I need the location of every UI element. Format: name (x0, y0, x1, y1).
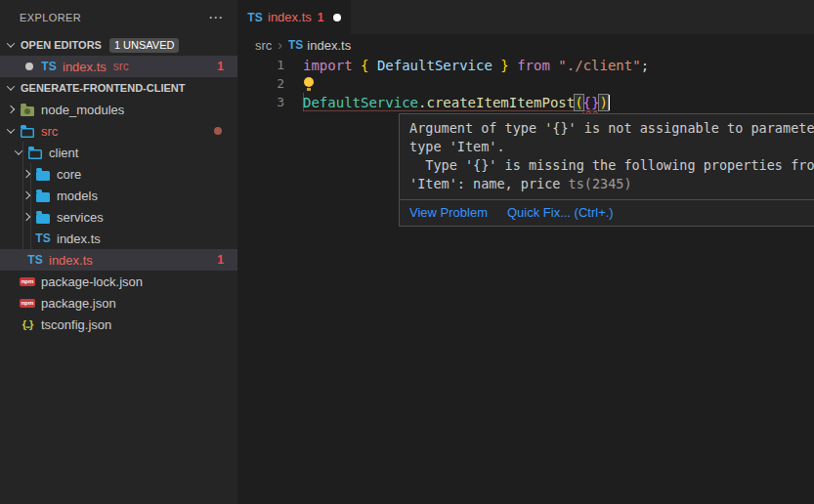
indent-guide (22, 142, 23, 271)
line-number: 2 (237, 76, 284, 91)
typescript-file-icon: TS (34, 231, 52, 245)
tree-item-package-json[interactable]: npmpackage.json (0, 292, 237, 314)
lightbulb-icon[interactable] (303, 77, 314, 91)
tab-error-count: 1 (318, 11, 324, 24)
tree-item-index-ts[interactable]: TSindex.ts1 (0, 249, 237, 271)
code-token: DefaultService (303, 95, 418, 110)
unsaved-dot-icon[interactable] (333, 14, 341, 21)
indent-guide (30, 163, 31, 249)
code-token: import (303, 58, 361, 73)
typescript-file-icon: TS (288, 38, 303, 52)
explorer-sidebar: EXPLORER ⋯ OPEN EDITORS 1 UNSAVED TS ind… (0, 0, 237, 504)
open-editors-label: OPEN EDITORS (21, 39, 102, 51)
view-problem-link[interactable]: View Problem (409, 205, 488, 220)
tree-item-label: package-lock.json (41, 274, 143, 289)
breadcrumb-separator-icon: › (278, 37, 282, 53)
chevron-down-icon (11, 149, 26, 155)
code-token: } (493, 58, 509, 73)
code-token: "./client" (558, 58, 640, 73)
tree-item-services[interactable]: services (0, 206, 237, 228)
breadcrumb-file[interactable]: index.ts (307, 38, 351, 53)
code-token: ) (599, 95, 607, 110)
chevron-down-icon (3, 85, 19, 91)
tree-item-src[interactable]: src (0, 120, 237, 142)
open-editor-item-index-ts[interactable]: TS index.ts src 1 (0, 56, 237, 77)
code-line-content: DefaultService.createItemItemPost({}) (303, 93, 610, 111)
chevron-right-icon (19, 171, 34, 177)
unsaved-badge: 1 UNSAVED (109, 38, 180, 53)
workspace-folder-label: GENERATE-FRONTEND-CLIENT (21, 82, 185, 94)
error-message-line: type 'Item'. (409, 138, 814, 156)
vscode-window: EXPLORER ⋯ OPEN EDITORS 1 UNSAVED TS ind… (0, 0, 814, 504)
code-token: {} (583, 95, 600, 110)
tree-item-models[interactable]: models (0, 185, 237, 206)
code-token: . (418, 95, 426, 110)
tab-bar: TS index.ts 1 (237, 0, 814, 34)
tree-item-package-lock-json[interactable]: npmpackage-lock.json (0, 271, 237, 292)
folder-icon (36, 171, 50, 181)
chevron-right-icon (3, 106, 19, 112)
sidebar-title-row: EXPLORER ⋯ (0, 0, 237, 34)
error-message-segment: type 'Item'. (409, 139, 505, 154)
code-token: DefaultService (377, 58, 493, 73)
tree-item-client[interactable]: client (0, 142, 237, 163)
code-token: ( (575, 95, 582, 110)
code-token (509, 58, 517, 73)
quick-fix-link[interactable]: Quick Fix... (Ctrl+.) (507, 205, 614, 220)
breadcrumb-folder[interactable]: src (255, 38, 272, 53)
typescript-file-icon: TS (26, 253, 44, 267)
hover-actions: View Problem Quick Fix... (Ctrl+.) (400, 199, 814, 226)
code-token: from (517, 58, 558, 73)
workspace-folder-header[interactable]: GENERATE-FRONTEND-CLIENT (0, 77, 237, 99)
tree-item-index-ts[interactable]: TSindex.ts (0, 228, 237, 249)
error-hover-tooltip: Argument of type '{}' is not assignable … (399, 113, 814, 227)
tab-index-ts[interactable]: TS index.ts 1 (237, 0, 351, 34)
tree-item-node-modules[interactable]: node_modules (0, 99, 237, 120)
file-tree: node_modulessrcclientcoremodelsservicesT… (0, 99, 237, 335)
error-message-line: Type '{}' is missing the following prope… (409, 156, 814, 175)
tree-item-label: services (57, 210, 104, 225)
breadcrumb: src › TS index.ts (237, 34, 814, 56)
open-folder-icon (21, 128, 34, 138)
more-actions-icon[interactable]: ⋯ (208, 13, 224, 22)
code-token: { (361, 58, 377, 73)
error-message-segment: 'Item': name, price (409, 176, 569, 191)
tree-item-label: core (57, 167, 81, 182)
json-braces-icon: {..} (19, 318, 36, 330)
error-message-segment: Argument of type '{}' is not assignable … (409, 120, 814, 136)
code-line-content (303, 74, 314, 93)
open-editor-path: src (113, 60, 129, 73)
line-number: 3 (237, 95, 284, 109)
code-token: ; (641, 58, 649, 73)
tree-item-tsconfig-json[interactable]: {..}tsconfig.json (0, 314, 237, 335)
code-token: createItemItemPost (426, 95, 575, 110)
code-line-1[interactable]: 1import { DefaultService } from "./clien… (237, 56, 814, 74)
tree-item-label: client (49, 146, 78, 160)
folder-icon (36, 214, 50, 224)
tree-item-label: models (57, 189, 98, 203)
chevron-right-icon (19, 214, 34, 220)
tree-item-label: index.ts (57, 231, 101, 246)
code-line-2[interactable]: 2 (237, 74, 814, 93)
npm-file-icon: npm (20, 277, 35, 286)
open-folder-icon (28, 149, 42, 159)
folder-icon (36, 192, 50, 202)
chevron-down-icon (3, 128, 19, 134)
chevron-right-icon (19, 192, 34, 198)
tab-filename: index.ts (268, 10, 312, 24)
error-message-segment: Type '{}' is missing the following prope… (409, 157, 814, 173)
modified-dot-icon (25, 63, 33, 70)
tree-item-label: node_modules (41, 103, 124, 117)
chevron-down-icon (3, 42, 19, 48)
tree-item-core[interactable]: core (0, 163, 237, 185)
open-editors-header[interactable]: OPEN EDITORS 1 UNSAVED (0, 34, 237, 56)
error-message: Argument of type '{}' is not assignable … (400, 114, 814, 199)
open-editor-filename: index.ts (63, 60, 107, 74)
code-line-3[interactable]: 3DefaultService.createItemItemPost({}) (237, 93, 814, 111)
tree-item-label: tsconfig.json (41, 317, 111, 332)
editor-group: TS index.ts 1 src › TS index.ts 1import … (237, 0, 814, 504)
code-area[interactable]: 1import { DefaultService } from "./clien… (237, 56, 814, 111)
tree-item-label: src (41, 124, 58, 139)
node-modules-folder-icon (21, 106, 34, 116)
error-message-segment: ts(2345) (569, 176, 632, 191)
